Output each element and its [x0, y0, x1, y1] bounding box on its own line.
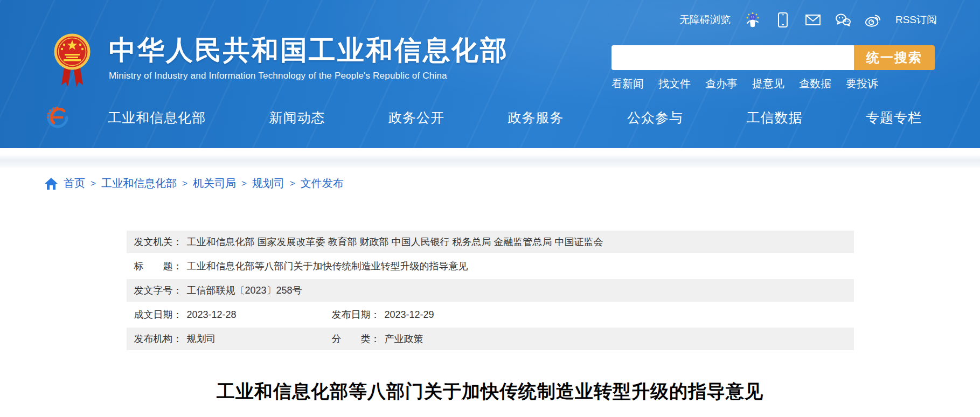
breadcrumb: 首页 > 工业和信息化部 > 机关司局 > 规划司 > 文件发布: [44, 176, 980, 191]
header-shadow-band: [0, 148, 980, 168]
rss-link[interactable]: RSS订阅: [895, 13, 937, 27]
doc-row-publisher-category: 发布机构： 规划司 分 类： 产业政策: [127, 328, 854, 350]
quick-link-complaint[interactable]: 要投诉: [846, 77, 878, 91]
document-info-table: 发文机关： 工业和信息化部 国家发展改革委 教育部 财政部 中国人民银行 税务总…: [127, 231, 854, 350]
breadcrumb-doc-release[interactable]: 文件发布: [301, 176, 344, 191]
nav-item-topics[interactable]: 专题专栏: [866, 109, 922, 127]
breadcrumb-separator: >: [182, 178, 187, 189]
nav-item-gov-info[interactable]: 政务公开: [388, 109, 444, 127]
nav-item-ministry[interactable]: 工业和信息化部: [108, 109, 206, 127]
weibo-icon[interactable]: [865, 12, 881, 28]
nav-item-gov-service[interactable]: 政务服务: [508, 109, 564, 127]
quick-links: 看新闻 找文件 查办事 提意见 查数据 要投诉: [611, 77, 935, 91]
breadcrumb-planning-dept[interactable]: 规划司: [252, 176, 284, 191]
breadcrumb-home[interactable]: 首页: [64, 176, 85, 191]
mail-icon[interactable]: [805, 12, 821, 28]
breadcrumb-separator: >: [241, 178, 247, 189]
site-brand: 中华人民共和国工业和信息化部 Ministry of Industry and …: [54, 31, 509, 94]
nav-item-news[interactable]: 新闻动态: [269, 109, 325, 127]
main-nav: 工业和信息化部 新闻动态 政务公开 政务服务 公众参与 工信数据 专题专栏: [46, 103, 922, 131]
quick-link-data[interactable]: 查数据: [799, 77, 831, 91]
wechat-icon[interactable]: [835, 12, 851, 28]
home-icon[interactable]: [44, 177, 58, 190]
doc-row-dates: 成文日期： 2023-12-28 发布日期： 2023-12-29: [127, 303, 854, 326]
quick-link-services[interactable]: 查办事: [705, 77, 738, 91]
quick-link-suggest[interactable]: 提意见: [752, 77, 784, 91]
article-title: 工业和信息化部等八部门关于加快传统制造业转型升级的指导意见: [0, 379, 980, 404]
breadcrumb-ministry[interactable]: 工业和信息化部: [101, 176, 177, 191]
site-title: 中华人民共和国工业和信息化部: [109, 36, 509, 65]
nav-item-participation[interactable]: 公众参与: [627, 109, 683, 127]
site-subtitle-en: Ministry of Industry and Information Tec…: [109, 71, 509, 81]
utility-bar: 无障碍浏览: [679, 12, 937, 28]
search-input[interactable]: [611, 45, 854, 70]
breadcrumb-separator: >: [290, 178, 295, 189]
doc-row-issuing-agencies: 发文机关： 工业和信息化部 国家发展改革委 教育部 财政部 中国人民银行 税务总…: [127, 231, 854, 253]
breadcrumb-separator: >: [91, 178, 96, 189]
phone-icon[interactable]: [775, 12, 791, 28]
search-button[interactable]: 统一搜索: [854, 45, 935, 70]
mascot-icon[interactable]: [745, 12, 761, 28]
accessibility-link[interactable]: 无障碍浏览: [679, 13, 731, 27]
site-header: 无障碍浏览: [0, 0, 980, 148]
doc-row-title: 标 题： 工业和信息化部等八部门关于加快传统制造业转型升级的指导意见: [127, 255, 854, 277]
breadcrumb-departments[interactable]: 机关司局: [193, 176, 236, 191]
miit-e-logo-icon: [46, 106, 69, 129]
national-emblem-icon: [54, 31, 91, 94]
nav-item-data[interactable]: 工信数据: [747, 109, 803, 127]
quick-link-news[interactable]: 看新闻: [611, 77, 644, 91]
quick-link-files[interactable]: 找文件: [658, 77, 691, 91]
doc-row-doc-number: 发文字号： 工信部联规〔2023〕258号: [127, 279, 854, 302]
search-area: 统一搜索 看新闻 找文件 查办事 提意见 查数据 要投诉: [611, 45, 935, 91]
